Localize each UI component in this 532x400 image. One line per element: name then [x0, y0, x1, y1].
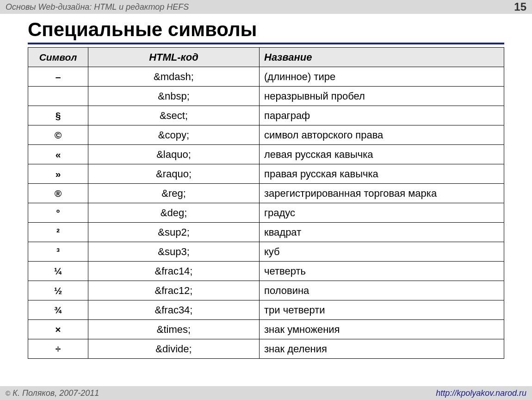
cell-code: &frac34;: [88, 300, 260, 320]
table-row: ²&sup2;квадрат: [28, 223, 504, 242]
copyright-icon: ©: [6, 390, 10, 397]
cell-code: &reg;: [88, 184, 260, 203]
cell-name: неразрывный пробел: [260, 87, 504, 106]
cell-symbol: ÷: [28, 339, 88, 359]
cell-name: параграф: [260, 106, 504, 125]
table-row: °&deg;градус: [28, 203, 504, 223]
header-bar: Основы Web-дизайна: HTML и редактор HEFS…: [0, 0, 532, 14]
cell-symbol: ¾: [28, 300, 88, 320]
cell-code: &sup2;: [88, 223, 260, 242]
cell-symbol: ½: [28, 281, 88, 300]
cell-symbol: ²: [28, 223, 88, 242]
cell-name: символ авторского права: [260, 125, 504, 145]
th-name: Название: [260, 48, 504, 67]
table-row: «&laquo;левая русская кавычка: [28, 145, 504, 164]
header-title: Основы Web-дизайна: HTML и редактор HEFS: [6, 2, 189, 12]
cell-name: левая русская кавычка: [260, 145, 504, 164]
cell-code: &raquo;: [88, 164, 260, 184]
cell-symbol: ×: [28, 320, 88, 339]
page-title: Специальные символы: [28, 19, 504, 41]
cell-name: половина: [260, 281, 504, 300]
table-row: ©&copy;символ авторского права: [28, 125, 504, 145]
cell-code: &frac14;: [88, 262, 260, 281]
cell-code: &nbsp;: [88, 87, 260, 106]
table-row: ÷&divide;знак деления: [28, 339, 504, 359]
table-header-row: Символ HTML-код Название: [28, 48, 504, 67]
cell-code: &mdash;: [88, 67, 260, 87]
cell-symbol: «: [28, 145, 88, 164]
cell-name: знак деления: [260, 339, 504, 359]
cell-name: квадрат: [260, 223, 504, 242]
table-row: ®&reg;зарегистрированная торговая марка: [28, 184, 504, 203]
cell-symbol: ®: [28, 184, 88, 203]
cell-name: (длинное) тире: [260, 67, 504, 87]
table-row: &nbsp;неразрывный пробел: [28, 87, 504, 106]
cell-code: &frac12;: [88, 281, 260, 300]
cell-symbol: °: [28, 203, 88, 223]
content: Специальные символы Символ HTML-код Назв…: [0, 14, 532, 359]
cell-name: градус: [260, 203, 504, 223]
cell-code: &sup3;: [88, 242, 260, 262]
cell-name: куб: [260, 242, 504, 262]
table-row: ³&sup3;куб: [28, 242, 504, 262]
table-row: ¼&frac14;четверть: [28, 262, 504, 281]
cell-code: &sect;: [88, 106, 260, 125]
footer-author: К. Поляков, 2007-2011: [10, 388, 99, 398]
cell-symbol: [28, 87, 88, 106]
title-underline: [28, 43, 504, 44]
cell-code: &copy;: [88, 125, 260, 145]
cell-symbol: §: [28, 106, 88, 125]
table-row: ×&times;знак умножения: [28, 320, 504, 339]
table-row: –&mdash;(длинное) тире: [28, 67, 504, 87]
cell-symbol: ³: [28, 242, 88, 262]
table-row: ½&frac12;половина: [28, 281, 504, 300]
cell-name: три четверти: [260, 300, 504, 320]
footer-link[interactable]: http://kpolyakov.narod.ru: [436, 388, 526, 398]
cell-symbol: »: [28, 164, 88, 184]
cell-name: правая русская кавычка: [260, 164, 504, 184]
cell-code: &laquo;: [88, 145, 260, 164]
cell-code: &divide;: [88, 339, 260, 359]
cell-name: знак умножения: [260, 320, 504, 339]
table-row: §&sect;параграф: [28, 106, 504, 125]
cell-code: &times;: [88, 320, 260, 339]
cell-symbol: –: [28, 67, 88, 87]
th-code: HTML-код: [88, 48, 260, 67]
cell-symbol: ¼: [28, 262, 88, 281]
cell-name: зарегистрированная торговая марка: [260, 184, 504, 203]
table-row: ¾&frac34;три четверти: [28, 300, 504, 320]
cell-symbol: ©: [28, 125, 88, 145]
table-row: »&raquo;правая русская кавычка: [28, 164, 504, 184]
symbol-table: Символ HTML-код Название –&mdash;(длинно…: [28, 47, 504, 359]
th-symbol: Символ: [28, 48, 88, 67]
cell-code: &deg;: [88, 203, 260, 223]
page-number: 15: [514, 0, 526, 13]
footer-left: © К. Поляков, 2007-2011: [6, 388, 99, 398]
footer-bar: © К. Поляков, 2007-2011 http://kpolyakov…: [0, 386, 532, 400]
cell-name: четверть: [260, 262, 504, 281]
